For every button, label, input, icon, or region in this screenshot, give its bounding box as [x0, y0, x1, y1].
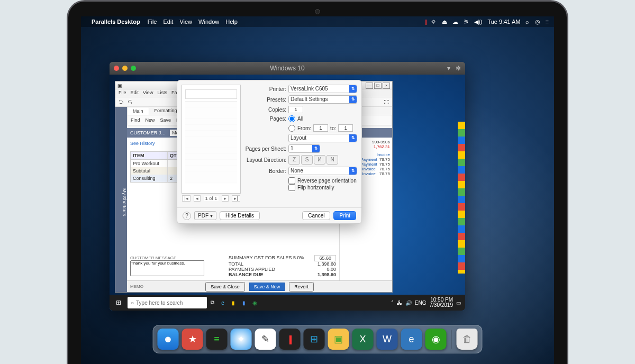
- menubar-app-name[interactable]: Parallels Desktop: [92, 19, 140, 25]
- direction-segment[interactable]: ZSИN: [288, 155, 338, 165]
- dock-files-icon[interactable]: ▣: [328, 329, 349, 350]
- see-history-link[interactable]: See History: [130, 141, 155, 146]
- help-icon[interactable]: ?: [183, 212, 191, 220]
- action-center-icon[interactable]: ▭: [456, 300, 461, 306]
- tray-icon[interactable]: ☁: [452, 19, 458, 25]
- toolbar-icon[interactable]: ⮎: [128, 99, 132, 105]
- new-button[interactable]: New: [146, 117, 155, 123]
- print-button[interactable]: Print: [333, 211, 356, 220]
- customer-message: CUSTOMER MESSAGE Thank you for your busi…: [130, 256, 204, 277]
- chevron-updown-icon: ⇅: [349, 96, 357, 103]
- dock-notes-icon[interactable]: ✎: [255, 329, 276, 350]
- flip-checkbox[interactable]: [288, 184, 295, 191]
- dock-app-icon[interactable]: ≡: [206, 329, 228, 350]
- dock-parallels-icon[interactable]: ||: [279, 329, 301, 350]
- search-icon: ○: [131, 300, 134, 306]
- volume-icon[interactable]: 🔊: [405, 300, 412, 306]
- tray-icon[interactable]: ⛭: [431, 19, 437, 25]
- dock-windows-icon[interactable]: ⊞: [304, 329, 325, 350]
- search-input[interactable]: ○Type here to search: [128, 297, 207, 308]
- copies-input[interactable]: [288, 106, 303, 113]
- volume-icon[interactable]: ◀)): [474, 19, 482, 25]
- message-textarea[interactable]: Thank you for your business.: [130, 260, 204, 276]
- tray-icon[interactable]: ⏏: [442, 19, 447, 25]
- printer-label: Printer:: [245, 86, 286, 92]
- wifi-icon[interactable]: ⚞: [464, 19, 469, 25]
- win-maximize-icon[interactable]: □: [374, 83, 382, 89]
- dock-quickbooks-icon[interactable]: ◉: [425, 329, 447, 350]
- memo-label: MEMO: [130, 284, 143, 289]
- menu-window[interactable]: Window: [198, 19, 219, 25]
- next-page-icon[interactable]: ▸: [222, 195, 229, 202]
- close-icon[interactable]: [114, 66, 119, 71]
- menu-lists[interactable]: Lists: [157, 90, 167, 97]
- prev-page-icon[interactable]: ◂: [194, 195, 201, 202]
- vm-titlebar[interactable]: Windows 10 ▾ ✻: [110, 62, 465, 75]
- dock-separator: [451, 330, 452, 349]
- menu-file[interactable]: File: [148, 19, 157, 25]
- presets-select[interactable]: Default Settings⇅: [288, 95, 357, 104]
- save-button[interactable]: Save: [160, 117, 171, 123]
- dock-app-icon[interactable]: ★: [182, 329, 203, 350]
- menu-file[interactable]: File: [119, 90, 126, 97]
- find-button[interactable]: Find: [131, 117, 140, 123]
- gear-icon[interactable]: ✻: [456, 65, 461, 72]
- last-page-icon[interactable]: ▸|: [232, 195, 240, 202]
- dock-word-icon[interactable]: W: [377, 329, 398, 350]
- notification-center-icon[interactable]: ≡: [546, 19, 549, 25]
- clock[interactable]: Tue 9:41 AM: [487, 19, 520, 25]
- tab-main[interactable]: Main: [127, 107, 149, 115]
- from-input[interactable]: [313, 124, 328, 132]
- language-indicator[interactable]: ENG: [415, 300, 427, 306]
- menu-edit[interactable]: Edit: [131, 90, 139, 97]
- task-view-icon[interactable]: ⧉: [207, 297, 217, 308]
- network-icon[interactable]: 🖧: [397, 300, 402, 306]
- taskbar-app-icon[interactable]: ◉: [249, 297, 260, 308]
- chevron-updown-icon: ⇅: [349, 134, 357, 142]
- dock-finder-icon[interactable]: ☻: [158, 329, 179, 350]
- start-button[interactable]: ⊞: [110, 299, 128, 306]
- taskbar-clock[interactable]: 10:50 PM7/30/2019: [430, 297, 453, 308]
- win-close-icon[interactable]: ×: [383, 83, 390, 89]
- pages-label: Pages:: [245, 116, 286, 122]
- spotlight-icon[interactable]: ⌕: [525, 19, 529, 25]
- section-select[interactable]: Layout⇅: [288, 134, 357, 142]
- save-close-button[interactable]: Save & Close: [205, 282, 245, 292]
- cancel-button[interactable]: Cancel: [302, 211, 330, 220]
- menu-view[interactable]: View: [179, 19, 192, 25]
- reverse-checkbox[interactable]: [288, 177, 295, 184]
- dock-safari-icon[interactable]: ✦: [231, 329, 252, 350]
- pages-range-radio[interactable]: [288, 125, 295, 132]
- taskbar-app-icon[interactable]: e: [217, 297, 228, 308]
- col-item: ITEM: [131, 152, 168, 159]
- dock-trash-icon[interactable]: 🗑: [457, 329, 478, 350]
- first-page-icon[interactable]: |◂: [182, 195, 190, 202]
- to-input[interactable]: [338, 124, 353, 132]
- dock-edge-icon[interactable]: e: [401, 329, 422, 350]
- printer-select[interactable]: VersaLink C605⇅: [288, 85, 357, 93]
- menu-help[interactable]: Help: [225, 19, 238, 25]
- minimize-icon[interactable]: [122, 66, 128, 71]
- border-select[interactable]: None⇅: [288, 167, 357, 175]
- fullscreen-icon[interactable]: ⛶: [384, 99, 389, 105]
- toolbar-icon[interactable]: ⮌: [119, 99, 123, 105]
- menu-view[interactable]: View: [143, 90, 153, 97]
- taskbar-app-icon[interactable]: ▮: [239, 297, 249, 308]
- siri-icon[interactable]: ◎: [535, 19, 540, 25]
- menu-edit[interactable]: Edit: [163, 19, 173, 25]
- shortcuts-sidebar[interactable]: My Shortcuts: [115, 107, 127, 292]
- tray-chevron-icon[interactable]: ˄: [391, 300, 394, 306]
- border-label: Border:: [245, 168, 286, 174]
- save-new-button[interactable]: Save & New: [249, 283, 285, 291]
- taskbar-app-icon[interactable]: ▮: [228, 297, 239, 308]
- hide-details-button[interactable]: Hide Details: [220, 211, 260, 220]
- chevron-down-icon[interactable]: ▾: [447, 65, 450, 72]
- pps-select[interactable]: 1⇅: [288, 144, 320, 153]
- dock-excel-icon[interactable]: X: [352, 329, 374, 350]
- form-footer: MEMO Save & Close Save & New Revert: [127, 280, 392, 292]
- revert-button[interactable]: Revert: [289, 282, 314, 292]
- win-minimize-icon[interactable]: —: [366, 83, 373, 89]
- pages-all-radio[interactable]: [288, 115, 295, 122]
- maximize-icon[interactable]: [131, 66, 136, 71]
- pdf-menu[interactable]: PDF▾: [194, 211, 216, 220]
